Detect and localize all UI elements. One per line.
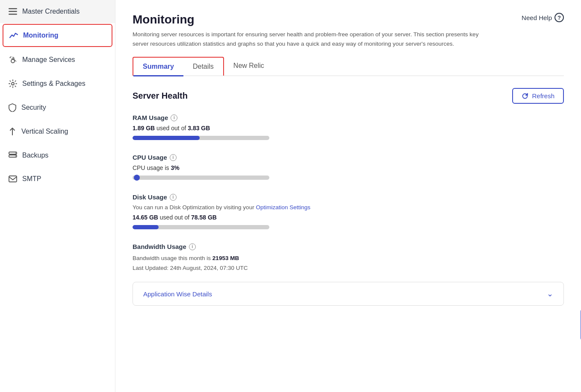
sidebar-label-settings: Settings & Packages [22, 80, 86, 88]
sidebar-label-smtp: SMTP [22, 175, 41, 183]
svg-point-9 [15, 156, 16, 157]
disk-hint-text: You can run a Disk Optimization by visit… [133, 204, 564, 211]
ram-progress-bar [133, 136, 269, 140]
cpu-usage-value: CPU usage is 3% [133, 164, 564, 171]
sidebar-label-security: Security [21, 104, 46, 111]
sidebar-item-master-credentials[interactable]: Master Credentials [0, 0, 115, 23]
ram-usage-block: RAM Usage i 1.89 GB used out of 3.83 GB [133, 114, 564, 140]
settings-icon [9, 79, 17, 88]
sidebar-label-monitoring: Monitoring [23, 32, 59, 39]
hamburger-icon [9, 8, 17, 15]
svg-rect-1 [9, 11, 17, 12]
sidebar-label-vertical-scaling: Vertical Scaling [21, 128, 68, 135]
shield-icon [9, 103, 16, 112]
help-circle-icon: ? [554, 13, 564, 22]
app-wise-details-box[interactable]: Application Wise Details ⌄ [133, 282, 564, 306]
refresh-button[interactable]: Refresh [512, 88, 564, 104]
need-help-label: Need Help [522, 14, 552, 21]
main-content: Monitoring Monitoring server resources i… [115, 0, 581, 392]
sidebar-item-smtp[interactable]: SMTP [0, 167, 115, 190]
svg-rect-2 [9, 14, 17, 15]
page-title: Monitoring [133, 13, 483, 26]
monitoring-icon [9, 32, 18, 39]
sidebar-item-vertical-scaling[interactable]: Vertical Scaling [0, 120, 115, 143]
disk-usage-value: 14.65 GB used out of 78.58 GB [133, 214, 564, 221]
refresh-icon [522, 93, 528, 99]
bandwidth-usage-block: Bandwidth Usage i Bandwidth usage this m… [133, 243, 564, 273]
svg-rect-10 [9, 176, 17, 182]
backups-icon [9, 151, 17, 160]
cpu-usage-label: CPU Usage i [133, 154, 564, 161]
bandwidth-usage-label: Bandwidth Usage i [133, 243, 564, 250]
svg-rect-0 [9, 8, 17, 9]
sidebar-item-security[interactable]: Security [0, 96, 115, 120]
sidebar: Master Credentials Monitoring Manage Ser… [0, 0, 115, 392]
disk-progress-fill [133, 225, 159, 229]
tabs-container: Summary Details New Relic [133, 57, 564, 76]
ram-usage-label: RAM Usage i [133, 114, 564, 121]
main-header: Monitoring Monitoring server resources i… [133, 13, 564, 48]
optimization-settings-link[interactable]: Optimization Settings [256, 204, 310, 211]
cpu-progress-bar [133, 176, 269, 180]
disk-usage-label: Disk Usage i [133, 193, 564, 201]
server-health-title: Server Health [133, 91, 188, 101]
sidebar-item-settings-packages[interactable]: Settings & Packages [0, 72, 115, 96]
sidebar-item-backups[interactable]: Backups [0, 143, 115, 167]
page-description: Monitoring server resources is important… [133, 30, 483, 48]
sidebar-label-manage-services: Manage Services [22, 56, 75, 64]
sidebar-item-monitoring[interactable]: Monitoring [3, 24, 112, 47]
sidebar-item-manage-services[interactable]: Manage Services [0, 48, 115, 72]
bandwidth-last-updated: Last Updated: 24th August, 2024, 07:30 U… [133, 263, 564, 273]
chevron-down-icon: ⌄ [547, 289, 553, 298]
title-area: Monitoring Monitoring server resources i… [133, 13, 483, 48]
svg-point-3 [11, 59, 15, 63]
cpu-progress-dot [134, 175, 140, 181]
vertical-scaling-icon [9, 127, 16, 136]
cpu-usage-block: CPU Usage i CPU usage is 3% [133, 154, 564, 180]
tab-summary[interactable]: Summary [133, 58, 183, 76]
bandwidth-info-icon[interactable]: i [189, 243, 196, 250]
disk-progress-bar [133, 225, 269, 229]
app-details-label: Application Wise Details [143, 290, 212, 298]
bandwidth-usage-value: Bandwidth usage this month is 21953 MB L… [133, 254, 564, 273]
sidebar-label-backups: Backups [22, 152, 48, 159]
svg-point-4 [12, 82, 14, 85]
tab-details[interactable]: Details [183, 58, 223, 76]
server-health-header: Server Health Refresh [133, 88, 564, 104]
tab-new-relic[interactable]: New Relic [224, 57, 274, 76]
disk-info-icon[interactable]: i [170, 194, 177, 201]
svg-point-8 [15, 153, 16, 154]
need-help-button[interactable]: Need Help ? [522, 13, 564, 22]
cpu-info-icon[interactable]: i [170, 154, 177, 161]
sidebar-label-master-credentials: Master Credentials [22, 8, 80, 15]
ram-info-icon[interactable]: i [171, 114, 177, 121]
disk-usage-block: Disk Usage i You can run a Disk Optimiza… [133, 193, 564, 229]
manage-services-icon [9, 56, 17, 64]
refresh-label: Refresh [532, 92, 554, 99]
ram-usage-value: 1.89 GB used out of 3.83 GB [133, 125, 564, 132]
ram-progress-fill [133, 136, 200, 140]
tabs-boxed-group: Summary Details [133, 57, 224, 76]
smtp-icon [9, 176, 17, 182]
